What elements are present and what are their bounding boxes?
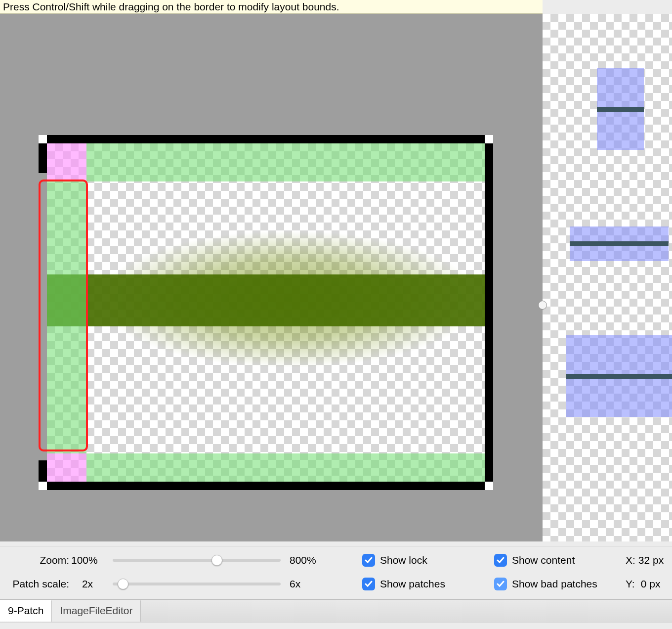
splitter-handle[interactable] (538, 301, 547, 310)
zoom-slider-thumb[interactable] (211, 555, 222, 566)
checkbox-checked-icon (494, 578, 507, 590)
preview-panel (543, 14, 672, 541)
nine-patch-border-top[interactable] (39, 135, 493, 143)
bad-patch-tl (47, 143, 86, 181)
coord-y-label: Y: (626, 578, 635, 590)
patch-top (86, 143, 485, 181)
patch-scale-min: 2x (71, 578, 104, 590)
show-content-label: Show content (512, 554, 575, 566)
tab-imagefileeditor[interactable]: ImageFileEditor (52, 600, 141, 622)
nine-patch-border-bottom[interactable] (39, 482, 493, 490)
coord-x-value: 32 px (638, 554, 664, 566)
hint-text: Press Control/Shift while dragging on th… (3, 1, 339, 13)
tab-imagefileeditor-label: ImageFileEditor (60, 605, 132, 616)
show-bad-patches-label: Show bad patches (512, 578, 597, 590)
patch-scale-label: Patch scale: (0, 578, 69, 590)
nine-patch-border-right[interactable] (485, 135, 493, 490)
tab-bar: 9-Patch ImageFileEditor (0, 599, 672, 623)
patch-scale-slider[interactable] (113, 583, 281, 585)
hint-bar: Press Control/Shift while dragging on th… (0, 0, 543, 14)
tab-9patch[interactable]: 9-Patch (0, 600, 52, 622)
corner-tr (485, 135, 493, 143)
checkbox-checked-icon (494, 554, 507, 567)
image-stripe (47, 274, 485, 326)
patch-scale-max: 6x (290, 578, 322, 590)
show-lock-label: Show lock (380, 554, 427, 566)
checkbox-checked-icon (362, 554, 375, 567)
coord-x-label: X: (626, 554, 635, 566)
corner-br (485, 482, 493, 490)
preview-large (566, 335, 672, 417)
corner-bl (39, 482, 47, 490)
tab-9patch-label: 9-Patch (8, 605, 43, 616)
preview-wide (570, 226, 669, 261)
show-bad-patches-checkbox[interactable]: Show bad patches (494, 578, 597, 590)
checkbox-checked-icon (362, 578, 375, 590)
zoom-label: Zoom: (0, 554, 69, 566)
bad-patch-bl (47, 453, 86, 482)
zoom-slider[interactable] (113, 559, 281, 562)
show-patches-label: Show patches (380, 578, 445, 590)
zoom-max: 800% (290, 554, 322, 566)
nine-patch-image[interactable] (39, 135, 493, 490)
zoom-min: 100% (71, 554, 104, 566)
patch-scale-slider-thumb[interactable] (118, 579, 128, 589)
main-canvas[interactable] (0, 14, 543, 541)
corner-tl (39, 135, 47, 143)
coord-y-value: 0 px (641, 578, 661, 590)
selection-outline[interactable] (39, 180, 88, 451)
show-content-checkbox[interactable]: Show content (494, 554, 575, 567)
patch-bottom (86, 453, 485, 482)
controls-bar: Zoom: 100% 800% Patch scale: 2x 6x Show … (0, 546, 672, 599)
show-patches-checkbox[interactable]: Show patches (362, 578, 445, 590)
preview-small (597, 68, 644, 150)
show-lock-checkbox[interactable]: Show lock (362, 554, 427, 567)
